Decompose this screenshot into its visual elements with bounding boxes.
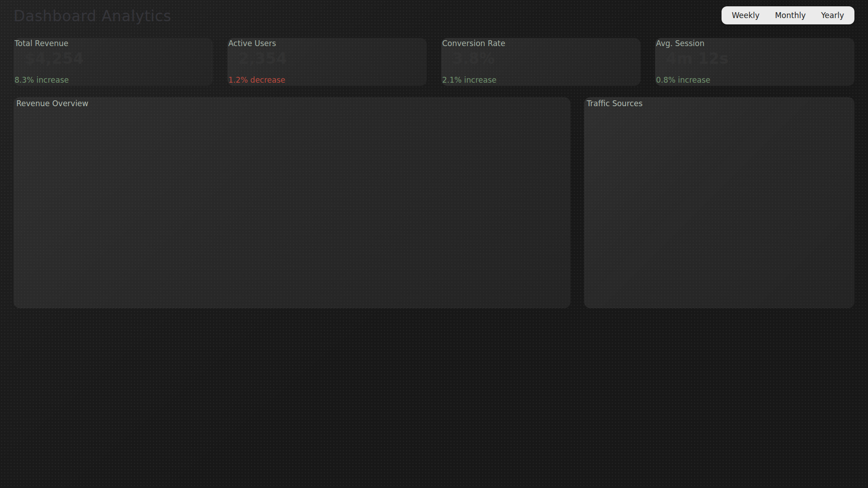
panels-row: Revenue Overview Traffic Sources	[14, 97, 854, 308]
traffic-sources-panel: Traffic Sources	[584, 97, 854, 308]
time-range-weekly-button[interactable]: Weekly	[724, 7, 767, 23]
stat-title: Total Revenue	[14, 39, 210, 48]
time-range-monthly-button[interactable]: Monthly	[767, 7, 813, 23]
stat-value: 4m 12s	[666, 49, 852, 75]
stat-change: 8.3% increase	[14, 75, 210, 85]
stat-change: 0.8% increase	[656, 75, 852, 85]
revenue-overview-chart-area	[16, 108, 568, 305]
stat-card-avg-session: Avg. Session 4m 12s 0.8% increase	[655, 38, 854, 86]
stat-change: 2.1% increase	[442, 75, 638, 85]
stat-card-active-users: Active Users 2,354 1.2% decrease	[227, 38, 427, 86]
panel-title: Revenue Overview	[16, 99, 568, 108]
stat-title: Active Users	[228, 39, 424, 48]
stat-value: 3.8%	[452, 49, 638, 75]
page-header: Dashboard Analytics Weekly Monthly Yearl…	[14, 6, 854, 34]
stats-row: Total Revenue $4,254 8.3% increase Activ…	[14, 38, 854, 86]
stat-card-total-revenue: Total Revenue $4,254 8.3% increase	[14, 38, 213, 86]
revenue-overview-panel: Revenue Overview	[14, 97, 571, 308]
stat-change: 1.2% decrease	[228, 75, 424, 85]
time-range-yearly-button[interactable]: Yearly	[813, 7, 852, 23]
stat-title: Avg. Session	[656, 39, 852, 48]
stat-card-conversion-rate: Conversion Rate 3.8% 2.1% increase	[441, 38, 641, 86]
stat-value: $4,254	[24, 49, 210, 75]
page-title: Dashboard Analytics	[14, 6, 171, 25]
stat-title: Conversion Rate	[442, 39, 638, 48]
traffic-sources-chart-area	[587, 108, 852, 305]
panel-title: Traffic Sources	[587, 99, 852, 108]
stat-value: 2,354	[238, 49, 424, 75]
dashboard-page: Dashboard Analytics Weekly Monthly Yearl…	[0, 0, 868, 488]
time-range-control: Weekly Monthly Yearly	[722, 6, 854, 24]
